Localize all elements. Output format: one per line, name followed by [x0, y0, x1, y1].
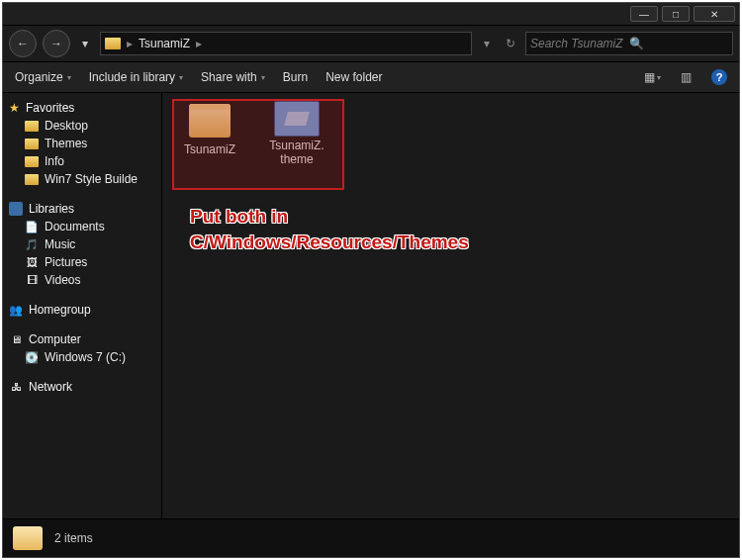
search-box[interactable]: Search TsunamiZ 🔍 — [525, 32, 733, 55]
maximize-button[interactable]: □ — [662, 6, 690, 22]
include-menu[interactable]: Include in library▾ — [89, 70, 183, 84]
theme-icon — [274, 101, 320, 137]
folder-icon — [25, 156, 39, 167]
computer-group: 🖥 Computer 💽Windows 7 (C:) — [3, 330, 161, 366]
sidebar-item-drive-c[interactable]: 💽Windows 7 (C:) — [3, 348, 161, 366]
back-button[interactable]: ← — [9, 30, 37, 57]
sidebar-item-videos[interactable]: 🎞Videos — [3, 271, 161, 289]
organize-menu[interactable]: Organize▾ — [15, 70, 71, 84]
history-dropdown[interactable]: ▾ — [76, 35, 94, 52]
pictures-icon: 🖼 — [25, 255, 39, 269]
breadcrumb-segment[interactable]: TsunamiZ — [139, 37, 190, 50]
status-bar: 2 items — [3, 518, 739, 557]
network-header[interactable]: 🖧 Network — [3, 378, 161, 396]
folder-icon — [25, 121, 39, 132]
annotation-text: Put both in C/Windows/Resources/Themes — [190, 204, 469, 255]
breadcrumb-sep: ▸ — [196, 37, 202, 50]
homegroup-group: 👥 Homegroup — [3, 301, 161, 319]
preview-pane-button[interactable]: ▥ — [678, 69, 694, 85]
documents-icon: 📄 — [25, 220, 39, 233]
sidebar-item-documents[interactable]: 📄Documents — [3, 218, 161, 235]
breadcrumb-dropdown[interactable]: ▾ — [478, 35, 496, 52]
item-grid: TsunamiZ TsunamiZ. theme — [170, 101, 731, 166]
toolbar: Organize▾ Include in library▾ Share with… — [3, 62, 739, 93]
computer-icon: 🖥 — [9, 332, 23, 346]
explorer-body: ★ Favorites Desktop Themes Info Win7 Sty… — [3, 93, 739, 518]
sidebar-item-info[interactable]: Info — [3, 152, 161, 170]
homegroup-header[interactable]: 👥 Homegroup — [3, 301, 161, 319]
view-menu[interactable]: ▦▾ — [644, 69, 660, 85]
file-item-folder[interactable]: TsunamiZ — [170, 101, 249, 166]
star-icon: ★ — [9, 101, 20, 115]
titlebar: — □ ✕ — [3, 3, 739, 26]
item-label: TsunamiZ — [184, 142, 235, 156]
breadcrumb[interactable]: ▸ TsunamiZ ▸ — [100, 32, 472, 55]
content-pane[interactable]: TsunamiZ TsunamiZ. theme Put both in C/W… — [162, 93, 739, 518]
file-item-theme[interactable]: TsunamiZ. theme — [257, 101, 336, 166]
favorites-header[interactable]: ★ Favorites — [3, 99, 161, 117]
folder-icon — [13, 526, 43, 550]
sidebar-item-win7stylebuilder[interactable]: Win7 Style Builde — [3, 170, 161, 188]
folder-icon — [105, 38, 121, 49]
network-icon: 🖧 — [9, 380, 23, 394]
close-button[interactable]: ✕ — [694, 6, 735, 22]
explorer-window: — □ ✕ ← → ▾ ▸ TsunamiZ ▸ ▾ ↻ Search Tsun… — [2, 2, 740, 558]
sidebar: ★ Favorites Desktop Themes Info Win7 Sty… — [3, 93, 162, 518]
sidebar-item-desktop[interactable]: Desktop — [3, 117, 161, 135]
sidebar-item-themes[interactable]: Themes — [3, 135, 161, 152]
computer-header[interactable]: 🖥 Computer — [3, 330, 161, 348]
status-text: 2 items — [54, 531, 93, 545]
music-icon: 🎵 — [25, 237, 39, 251]
minimize-button[interactable]: — — [630, 6, 658, 22]
refresh-button[interactable]: ↻ — [502, 35, 519, 52]
libraries-header[interactable]: Libraries — [3, 200, 161, 218]
help-button[interactable]: ? — [711, 69, 727, 85]
folder-icon — [25, 139, 39, 149]
navbar: ← → ▾ ▸ TsunamiZ ▸ ▾ ↻ Search TsunamiZ 🔍 — [3, 26, 739, 62]
network-group: 🖧 Network — [3, 378, 161, 396]
sidebar-item-pictures[interactable]: 🖼Pictures — [3, 253, 161, 271]
share-menu[interactable]: Share with▾ — [201, 70, 265, 84]
search-placeholder: Search TsunamiZ — [530, 37, 629, 50]
libraries-group: Libraries 📄Documents 🎵Music 🖼Pictures 🎞V… — [3, 200, 161, 289]
favorites-group: ★ Favorites Desktop Themes Info Win7 Sty… — [3, 99, 161, 188]
videos-icon: 🎞 — [25, 273, 39, 287]
sidebar-item-music[interactable]: 🎵Music — [3, 235, 161, 253]
drive-icon: 💽 — [25, 350, 39, 364]
forward-button[interactable]: → — [43, 30, 70, 57]
search-icon: 🔍 — [629, 37, 728, 50]
newfolder-button[interactable]: New folder — [325, 70, 382, 84]
folder-icon — [188, 101, 232, 140]
breadcrumb-sep: ▸ — [127, 37, 133, 50]
burn-button[interactable]: Burn — [283, 70, 308, 84]
homegroup-icon: 👥 — [9, 303, 23, 317]
folder-icon — [25, 174, 39, 185]
item-label: TsunamiZ. theme — [269, 139, 324, 166]
libraries-icon — [9, 202, 23, 216]
